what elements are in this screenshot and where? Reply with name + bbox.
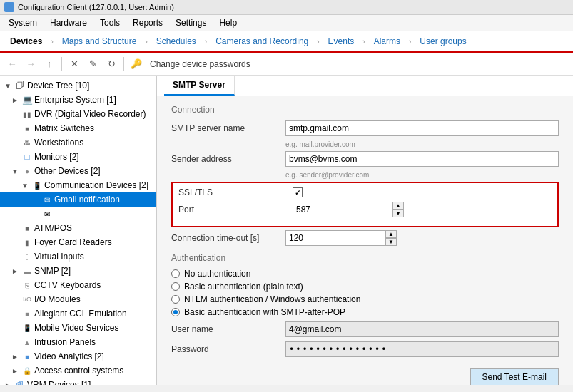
tree-label: I/O Modules bbox=[34, 294, 81, 304]
nav-tab-cameras-and-recording[interactable]: Cameras and Recording bbox=[208, 33, 315, 50]
auth-option-2-row: Basic authentication (plain text) bbox=[171, 282, 559, 292]
device-tree-panel: ▼ 🗍 Device Tree [10] ► 💻 Enterprise Syst… bbox=[0, 76, 157, 385]
expand-icon: ► bbox=[10, 266, 20, 276]
toolbar: ← → ↑ ✕ ✎ ↻ 🔑 Change device passwords bbox=[0, 53, 573, 76]
nav-tab-alarms[interactable]: Alarms bbox=[367, 33, 407, 50]
auth-radio-4[interactable] bbox=[171, 308, 180, 316]
expand-icon bbox=[10, 337, 20, 347]
timeout-spinner: ▲ ▼ bbox=[285, 230, 397, 246]
expand-icon bbox=[10, 123, 20, 133]
tree-item-atm[interactable]: ■ ATM/POS bbox=[0, 221, 156, 235]
toolbar-separator-1 bbox=[61, 57, 62, 71]
port-down-button[interactable]: ▼ bbox=[392, 210, 404, 217]
tree-item-analytics[interactable]: ► ■ Video Analytics [2] bbox=[0, 349, 156, 363]
tree-item-comm-devices[interactable]: ▼ 📱 Communication Devices [2] bbox=[0, 178, 156, 192]
timeout-down-button[interactable]: ▼ bbox=[385, 238, 397, 246]
right-panel: SMTP Server Connection SMTP server name … bbox=[157, 76, 573, 385]
password-label: Password bbox=[171, 344, 285, 354]
forward-button[interactable]: → bbox=[23, 56, 39, 72]
back-button[interactable]: ← bbox=[4, 56, 20, 72]
nav-sep-1: › bbox=[51, 38, 53, 46]
timeout-spinner-buttons: ▲ ▼ bbox=[385, 230, 397, 246]
ssl-checkbox[interactable] bbox=[293, 187, 303, 197]
tree-item-vrm[interactable]: ► 🗐 VRM Devices [1] bbox=[0, 378, 156, 385]
tree-item-workstations[interactable]: 🖶 Workstations bbox=[0, 135, 156, 150]
auth-option-4-row: Basic authentication with SMTP-after-POP bbox=[171, 307, 559, 317]
tree-item-io[interactable]: I/O I/O Modules bbox=[0, 292, 156, 306]
timeout-up-button[interactable]: ▲ bbox=[385, 230, 397, 238]
menu-item-tools[interactable]: Tools bbox=[94, 16, 126, 29]
tree-item-snmp[interactable]: ► ▬ SNMP [2] bbox=[0, 264, 156, 278]
menu-item-settings[interactable]: Settings bbox=[170, 16, 212, 29]
delete-button[interactable]: ✕ bbox=[66, 56, 82, 72]
auth-option-1-row: No authentication bbox=[171, 269, 559, 279]
nav-tab-devices[interactable]: Devices bbox=[3, 33, 49, 50]
send-test-email-button[interactable]: Send Test E-mail bbox=[470, 368, 559, 385]
tree-icon-allegiant: ■ bbox=[21, 308, 33, 319]
tree-item-foyer-card[interactable]: ▮ Foyer Card Readers bbox=[0, 235, 156, 249]
password-icon-button[interactable]: 🔑 bbox=[128, 56, 144, 72]
menu-item-system[interactable]: System bbox=[3, 16, 43, 29]
password-input[interactable] bbox=[285, 341, 559, 357]
auth-radio-2[interactable] bbox=[171, 282, 180, 291]
tree-item-unknown-mail[interactable]: ✉ bbox=[0, 207, 156, 221]
tree-icon-card: ▮ bbox=[21, 237, 33, 248]
smtp-server-tab[interactable]: SMTP Server bbox=[164, 76, 235, 96]
port-up-button[interactable]: ▲ bbox=[392, 202, 404, 210]
tree-item-mobile[interactable]: 📱 Mobile Video Services bbox=[0, 321, 156, 335]
nav-tab-user-groups[interactable]: User groups bbox=[412, 33, 473, 50]
nav-tab-events[interactable]: Events bbox=[321, 33, 362, 50]
tree-item-device-tree[interactable]: ▼ 🗍 Device Tree [10] bbox=[0, 78, 156, 93]
tree-label: SNMP [2] bbox=[34, 266, 71, 276]
auth-radio-3[interactable] bbox=[171, 295, 180, 304]
menu-item-help[interactable]: Help bbox=[213, 16, 243, 29]
timeout-input[interactable] bbox=[285, 230, 385, 246]
expand-icon: ▼ bbox=[10, 166, 20, 176]
nav-sep-5: › bbox=[362, 38, 365, 46]
title-text: Configuration Client (127.0.0.1, User: A… bbox=[18, 3, 174, 11]
tree-item-cctv[interactable]: ⎘ CCTV Keyboards bbox=[0, 278, 156, 292]
sender-input[interactable] bbox=[285, 151, 559, 167]
tree-label: Mobile Video Services bbox=[34, 323, 119, 333]
expand-icon bbox=[10, 309, 20, 319]
tree-label: Intrusion Panels bbox=[34, 337, 96, 347]
username-input[interactable] bbox=[285, 321, 559, 337]
ssl-label: SSL/TLS bbox=[178, 187, 293, 197]
expand-icon bbox=[10, 223, 20, 233]
menu-item-hardware[interactable]: Hardware bbox=[44, 16, 93, 29]
refresh-button[interactable]: ↻ bbox=[103, 56, 119, 72]
expand-icon: ▼ bbox=[3, 81, 13, 91]
tree-icon-enterprise: 💻 bbox=[21, 94, 33, 105]
expand-icon bbox=[10, 237, 20, 247]
tree-item-enterprise[interactable]: ► 💻 Enterprise System [1] bbox=[0, 93, 156, 107]
tree-item-virtual[interactable]: ⋮ Virtual Inputs bbox=[0, 249, 156, 264]
expand-icon bbox=[10, 109, 20, 119]
username-row: User name bbox=[171, 321, 559, 337]
tree-label: Device Tree [10] bbox=[27, 81, 89, 91]
port-input[interactable] bbox=[293, 202, 392, 217]
tree-icon-snmp: ▬ bbox=[21, 265, 33, 277]
smtp-server-input[interactable] bbox=[285, 120, 559, 136]
expand-icon bbox=[10, 323, 20, 333]
auth-radio-1[interactable] bbox=[171, 269, 180, 278]
tree-item-matrix[interactable]: ■ Matrix Switches bbox=[0, 121, 156, 135]
tree-icon-comm: 📱 bbox=[31, 180, 43, 191]
menu-item-reports[interactable]: Reports bbox=[127, 16, 168, 29]
tree-label: Allegiant CCL Emulation bbox=[34, 309, 127, 319]
up-button[interactable]: ↑ bbox=[41, 56, 57, 72]
auth-section: Authentication No authentication Basic a… bbox=[171, 253, 559, 385]
nav-tab-schedules[interactable]: Schedules bbox=[149, 33, 203, 50]
tree-item-dvr[interactable]: ▮▮ DVR (Digital Video Recorder) bbox=[0, 107, 156, 121]
tree-item-gmail[interactable]: ✉ Gmail notification bbox=[0, 192, 156, 207]
nav-tab-maps-and-structure[interactable]: Maps and Structure bbox=[55, 33, 144, 50]
tree-icon-workstation: 🖶 bbox=[21, 137, 33, 148]
expand-icon: ► bbox=[3, 380, 13, 385]
edit-button[interactable]: ✎ bbox=[85, 56, 101, 72]
tree-label: Matrix Switches bbox=[34, 123, 94, 133]
tree-item-intrusion[interactable]: ▲ Intrusion Panels bbox=[0, 335, 156, 349]
tree-item-monitors[interactable]: □ Monitors [2] bbox=[0, 150, 156, 164]
auth-option-1-label: No authentication bbox=[184, 269, 250, 279]
tree-item-allegiant[interactable]: ■ Allegiant CCL Emulation bbox=[0, 306, 156, 321]
tree-item-other-devices[interactable]: ▼ ● Other Devices [2] bbox=[0, 164, 156, 178]
tree-item-access[interactable]: ► 🔒 Access control systems bbox=[0, 363, 156, 378]
